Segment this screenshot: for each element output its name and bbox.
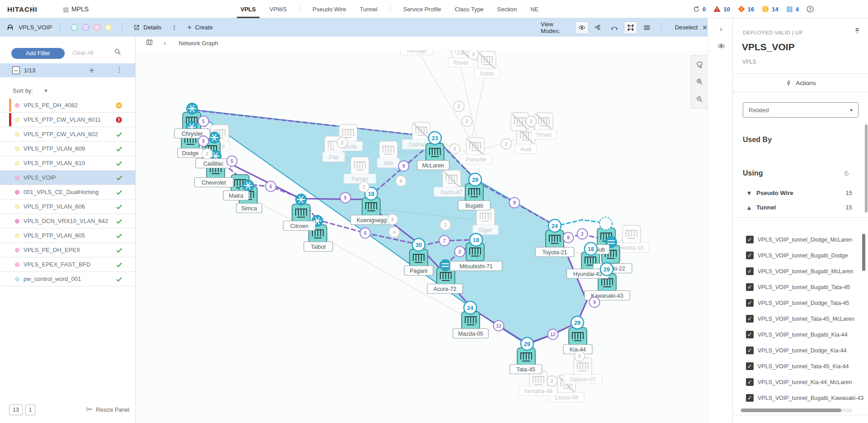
- panel-scrollbar-thumb[interactable]: [865, 124, 868, 213]
- zoom-in-icon[interactable]: [693, 76, 705, 88]
- placeholder-node[interactable]: [599, 217, 612, 230]
- site-node[interactable]: [296, 194, 307, 205]
- clear-all-button[interactable]: Clear All: [72, 50, 94, 56]
- horizontal-scrollbar-thumb[interactable]: [741, 409, 841, 412]
- checkbox-checked[interactable]: ✓: [746, 283, 754, 291]
- view-mode-hierarchy[interactable]: [591, 21, 605, 34]
- tunnel-list-item[interactable]: ✓VPLS_VOIP_tunnel_Bugatti_Dodge: [733, 247, 865, 263]
- list-scrollbar-thumb[interactable]: [862, 234, 865, 271]
- view-mode-table[interactable]: [640, 21, 654, 34]
- help-button[interactable]: [806, 5, 814, 13]
- service-list-item[interactable]: 001_VPLS_CE_DualHoming: [0, 185, 136, 200]
- create-button[interactable]: + Create: [184, 22, 216, 33]
- add-page-button[interactable]: +: [89, 66, 94, 76]
- legend-dot-teal[interactable]: [71, 24, 78, 31]
- using-group-pseudo-wire[interactable]: ▾Pseudo Wire15: [733, 186, 868, 199]
- legend-dot-pink[interactable]: [94, 24, 100, 31]
- graph-node-smart[interactable]: [535, 113, 553, 131]
- tunnel-list-item[interactable]: ✓VPLS_VOIP_tunnel_Bugatti_McLaren: [733, 263, 865, 279]
- alert-sync[interactable]: 0: [693, 5, 706, 13]
- graph-node-toyota-21[interactable]: [546, 230, 564, 248]
- sort-by-control[interactable]: Sort by: ▾: [13, 87, 47, 94]
- visibility-eye-icon[interactable]: [716, 41, 726, 51]
- service-list-item[interactable]: VPLS_PE_DH_4082: [0, 98, 136, 113]
- total-pages-box[interactable]: 13: [9, 404, 23, 415]
- graph-node-pagani[interactable]: [410, 249, 428, 267]
- checkbox-checked[interactable]: ✓: [746, 347, 754, 354]
- service-list-item[interactable]: pw_control_word_001: [0, 272, 136, 286]
- alert-critical-triangle[interactable]: 10: [713, 5, 730, 13]
- tunnel-list-item[interactable]: ✓VPLS_VOIP_tunnel_Dodge_Tata-45: [733, 295, 865, 311]
- pager-kebab-icon[interactable]: ⋮: [116, 65, 123, 74]
- zoom-out-icon[interactable]: [693, 94, 705, 105]
- alert-major-diamond[interactable]: 16: [737, 5, 754, 13]
- graph-node-honda-18[interactable]: [623, 225, 641, 243]
- view-mode-marquee-select[interactable]: [624, 21, 637, 34]
- checkbox-checked[interactable]: ✓: [746, 362, 754, 370]
- service-list-item[interactable]: VPLS_PTP_VLAN_605: [0, 228, 136, 243]
- checkbox-checked[interactable]: ✓: [746, 331, 754, 338]
- details-button[interactable]: Details: [131, 22, 164, 33]
- tab-vpls[interactable]: VPLS: [240, 0, 257, 18]
- deselect-button[interactable]: Deselect ✕: [675, 24, 708, 31]
- site-node[interactable]: [209, 132, 220, 143]
- checkbox-checked[interactable]: ✓: [746, 236, 754, 243]
- tunnel-list-item[interactable]: ✓VPLS_VOIP_tunnel_Dodge_McLaren: [733, 232, 865, 247]
- service-list-item[interactable]: VPLS_EPEX_FAST_BFD: [0, 257, 136, 272]
- tab-class-type[interactable]: Class Type: [454, 0, 485, 18]
- graph-node-porsche[interactable]: [466, 138, 484, 156]
- legend-dot-purple[interactable]: [82, 24, 89, 31]
- using-group-tunnel[interactable]: ▴Tunnel15: [733, 201, 868, 214]
- map-icon[interactable]: [146, 38, 153, 46]
- graph-node-citroen[interactable]: [292, 204, 310, 222]
- site-node[interactable]: [243, 180, 254, 191]
- service-list-item[interactable]: VPLS_PTP_VLAN_609: [0, 142, 136, 156]
- expand-panel-chevron[interactable]: ›: [716, 24, 726, 33]
- tunnel-list-item[interactable]: ✓VPLS_VOIP_tunnel_Kia-44_McLaren: [733, 374, 865, 390]
- checkbox-checked[interactable]: ✓: [746, 252, 754, 259]
- search-icon[interactable]: [114, 48, 122, 56]
- tab-service-profile[interactable]: Service Profile: [402, 0, 442, 18]
- checkbox-checked[interactable]: ✓: [746, 394, 754, 402]
- site-node[interactable]: [440, 260, 451, 271]
- tab-tunnel[interactable]: Tunnel: [359, 0, 378, 18]
- tunnel-list-item[interactable]: ✓VPLS_VOIP_tunnel_Bugatti_Kia-44: [733, 327, 865, 342]
- tab-pseudo-wire[interactable]: Pseudo Wire: [311, 0, 347, 18]
- view-mode-pseudo-wire[interactable]: [608, 21, 621, 34]
- service-list-item[interactable]: VPLS_PTP_VLAN_606: [0, 200, 136, 214]
- graph-node-ferrari[interactable]: [351, 157, 369, 175]
- graph-node-aston[interactable]: [478, 52, 496, 70]
- view-mode-eye[interactable]: [575, 21, 589, 34]
- tab-section[interactable]: Section: [496, 0, 518, 18]
- graph-node-kia-44[interactable]: [569, 328, 587, 346]
- checkbox-checked[interactable]: ✓: [746, 378, 754, 386]
- tunnel-list-item[interactable]: ✓VPLS_VOIP_tunnel_Dodge_Kia-44: [733, 342, 865, 358]
- graph-node-isuzu-47[interactable]: [443, 170, 461, 188]
- select-all-checkbox[interactable]: –: [12, 67, 20, 74]
- tunnel-list-item[interactable]: ✓VPLS_VOIP_tunnel_Tata-45_McLaren: [733, 311, 865, 327]
- tab-ne[interactable]: NE: [529, 0, 539, 18]
- current-page-box[interactable]: 1: [25, 404, 35, 415]
- service-list-item[interactable]: VPLS_PE_DH_EPEX: [0, 243, 136, 257]
- graph-node-mclaren[interactable]: [426, 143, 444, 162]
- app-launcher-icon[interactable]: [62, 6, 70, 14]
- site-node[interactable]: [187, 103, 198, 114]
- service-list-item[interactable]: VPLS_VOIP: [0, 171, 136, 185]
- pin-icon[interactable]: [854, 27, 861, 34]
- checkbox-checked[interactable]: ✓: [746, 315, 754, 323]
- checkbox-checked[interactable]: ✓: [746, 299, 754, 307]
- history-clock-icon[interactable]: [843, 170, 850, 177]
- alert-minor-circle[interactable]: 14: [761, 5, 778, 13]
- tab-vpws[interactable]: VPWS: [269, 0, 288, 18]
- checkbox-checked[interactable]: ✓: [746, 267, 754, 275]
- legend-dot-yellow[interactable]: [105, 24, 112, 31]
- service-list-item[interactable]: VPLS_PTP_CW_VLAN_6011: [0, 113, 136, 127]
- lasso-select-icon[interactable]: [693, 58, 705, 70]
- tunnel-list-item[interactable]: ✓VPLS_VOIP_tunnel_Bugatti_Kawasaki-43: [733, 390, 865, 406]
- resize-panel-button[interactable]: Resize Panel: [86, 406, 129, 414]
- add-filter-button[interactable]: Add Filter: [11, 48, 65, 59]
- tunnel-list-item[interactable]: ✓VPLS_VOIP_tunnel_Tata-45_Kia-44: [733, 358, 865, 374]
- network-graph[interactable]: VantageRoverAstonDaihatsuPorscheAudiSmar…: [136, 37, 708, 423]
- tunnel-list-item[interactable]: ✓VPLS_VOIP_tunnel_Bugatti_Tata-45: [733, 279, 865, 295]
- graph-node-eiger[interactable]: [476, 208, 495, 226]
